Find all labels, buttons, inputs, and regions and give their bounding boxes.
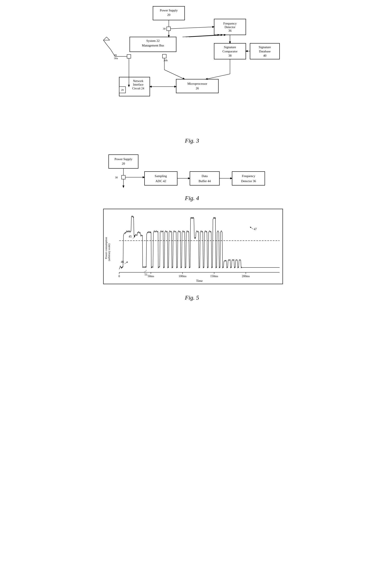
- svg-rect-55: [109, 155, 138, 168]
- svg-text:50ms: 50ms: [148, 275, 154, 278]
- svg-text:System  22: System 22: [146, 39, 160, 42]
- svg-text:30: 30: [115, 176, 118, 179]
- svg-text:Power Supply: Power Supply: [115, 157, 133, 161]
- fig3-diagram: Power Supply 20 Frequency Detector 36 Sy…: [102, 4, 284, 135]
- svg-text:38: 38: [229, 54, 232, 57]
- svg-text:45: 45: [129, 235, 132, 238]
- svg-text:Buffer  44: Buffer 44: [199, 179, 211, 183]
- svg-text:Management Bus: Management Bus: [142, 44, 164, 47]
- svg-line-45: [103, 40, 107, 44]
- svg-text:Data: Data: [202, 174, 208, 178]
- svg-text:40: 40: [263, 54, 267, 57]
- svg-text:51: 51: [145, 273, 148, 276]
- svg-text:Microprocessor: Microprocessor: [187, 82, 207, 85]
- svg-text:ADC   42: ADC 42: [155, 179, 166, 183]
- svg-line-46: [103, 37, 107, 40]
- svg-text:28: 28: [114, 53, 117, 57]
- page: Power Supply 20 Frequency Detector 36 Sy…: [96, 0, 288, 312]
- svg-rect-71: [232, 171, 265, 185]
- svg-rect-67: [190, 171, 219, 185]
- svg-text:26: 26: [196, 87, 199, 90]
- svg-text:30b: 30b: [164, 59, 168, 62]
- svg-text:20: 20: [122, 162, 125, 165]
- svg-line-31: [171, 27, 214, 29]
- svg-text:Power consumption: Power consumption: [104, 237, 108, 259]
- svg-text:Sampling: Sampling: [155, 174, 167, 178]
- svg-text:150ms: 150ms: [210, 275, 218, 278]
- svg-text:Time: Time: [196, 279, 203, 282]
- svg-text:30: 30: [163, 27, 166, 30]
- fig5-wrapper: Power consumption (arbitrary scale) 0 50…: [102, 208, 284, 293]
- svg-text:46: 46: [121, 260, 124, 263]
- svg-text:20: 20: [167, 13, 171, 17]
- svg-line-33: [186, 35, 223, 37]
- fig3-label: Fig. 3: [102, 137, 282, 144]
- fig5-chart: Power consumption (arbitrary scale) 0 50…: [102, 208, 284, 293]
- svg-text:100ms: 100ms: [178, 275, 186, 278]
- svg-text:Database: Database: [259, 50, 271, 53]
- svg-line-32: [183, 35, 219, 37]
- svg-line-38: [206, 74, 230, 79]
- svg-text:200ms: 200ms: [242, 275, 250, 278]
- svg-text:Power Supply: Power Supply: [160, 9, 178, 12]
- svg-text:Signature: Signature: [224, 45, 236, 49]
- fig4-diagram: Power Supply 20 30 Sampling ADC 42 Data …: [102, 150, 284, 193]
- svg-rect-50: [162, 54, 166, 58]
- svg-text:Detector  36: Detector 36: [241, 179, 256, 183]
- svg-text:Frequency: Frequency: [223, 22, 237, 25]
- svg-rect-63: [145, 171, 177, 185]
- svg-rect-74: [103, 209, 283, 284]
- fig4-label: Fig. 4: [102, 195, 282, 202]
- svg-text:47: 47: [254, 228, 257, 231]
- svg-line-53: [164, 70, 185, 79]
- svg-text:Comparator: Comparator: [222, 50, 238, 53]
- svg-text:Network: Network: [133, 80, 143, 83]
- svg-text:Frequency: Frequency: [242, 174, 255, 178]
- svg-text:36: 36: [229, 29, 232, 32]
- svg-text:0: 0: [118, 275, 120, 278]
- svg-text:Detector: Detector: [225, 25, 235, 29]
- svg-line-44: [107, 44, 111, 50]
- svg-line-34: [189, 35, 226, 37]
- svg-text:Circuit  24: Circuit 24: [132, 87, 144, 90]
- svg-text:(arbitrary scale): (arbitrary scale): [107, 244, 111, 261]
- svg-rect-39: [127, 55, 131, 58]
- svg-rect-59: [121, 175, 125, 179]
- svg-text:Interface: Interface: [133, 83, 143, 86]
- fig5-label: Fig. 5: [102, 294, 282, 301]
- svg-line-47: [107, 37, 110, 40]
- svg-line-43: [111, 50, 115, 56]
- svg-rect-18: [176, 79, 218, 93]
- svg-text:Signature: Signature: [259, 45, 271, 49]
- svg-rect-28: [167, 27, 171, 31]
- svg-text:30a: 30a: [114, 57, 118, 60]
- svg-text:29: 29: [121, 88, 124, 91]
